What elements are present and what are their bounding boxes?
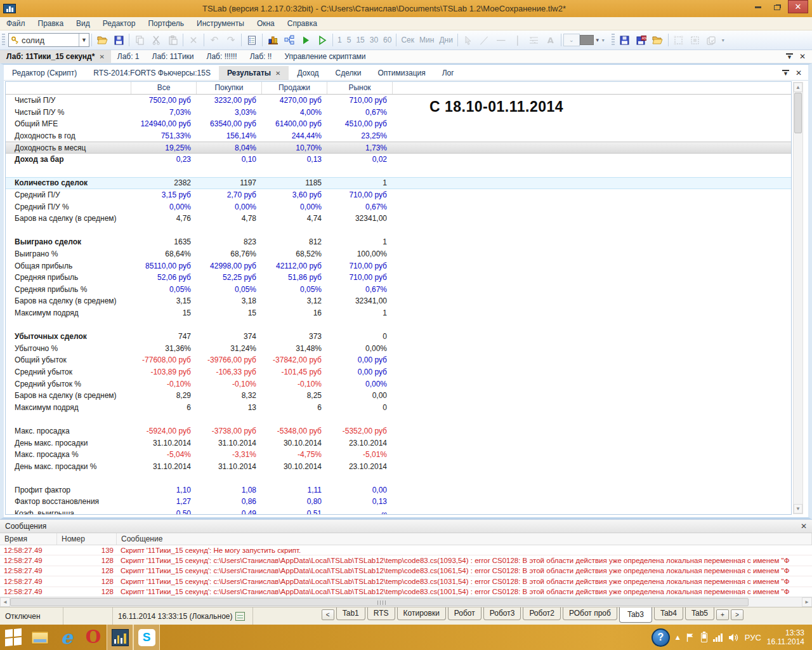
results-row[interactable]: Фактор восстановления1,270,860,800,13 (6, 496, 791, 508)
menu-item-Вид[interactable]: Вид (70, 17, 96, 30)
tab-list-icon[interactable]: ▼ (782, 70, 789, 76)
timeframe-button-60[interactable]: 60 (381, 36, 394, 44)
results-row[interactable]: Коэф. выигрыша0,500,490,51∞ (6, 508, 791, 514)
menu-item-Редактор[interactable]: Редактор (96, 17, 142, 30)
results-row[interactable]: Баров на сделку (в среднем)4,764,784,743… (6, 213, 791, 225)
results-row[interactable]: Убыточных сделок7473743730 (6, 331, 791, 343)
message-row[interactable]: 12:58:27.49128Скрипт '11Тики_15 секунд':… (0, 576, 812, 587)
toolbar-overflow-icon[interactable]: ▾ (600, 33, 606, 47)
message-row[interactable]: 12:58:27.49128Скрипт '11Тики_15 секунд':… (0, 555, 812, 566)
scrollbar-thumb[interactable] (10, 598, 749, 606)
action-center-icon[interactable] (686, 633, 695, 642)
lab-tab[interactable]: Лаб: 11Тики_15 секунд*✕ (0, 50, 111, 63)
internet-explorer-icon[interactable]: e (53, 625, 80, 650)
results-row[interactable]: Макс. просадка %-5,04%-3,31%-4,75%-5,01% (6, 449, 791, 461)
results-row[interactable]: Доходность в месяц19,25%8,04%10,70%1,73% (6, 142, 791, 154)
workspace-tab-Tab5[interactable]: Tab5 (685, 607, 714, 620)
select-icon[interactable] (671, 32, 687, 48)
undo-icon[interactable]: ↶ (206, 32, 223, 48)
open-workspace-icon[interactable] (650, 32, 666, 48)
taskbar-clock[interactable]: 13:33 16.11.2014 (767, 628, 807, 646)
workspace-tab-Робот[interactable]: Робот (448, 607, 481, 620)
color-picker[interactable]: ▼ (580, 32, 600, 48)
workspace-tab-Tab1[interactable]: Tab1 (336, 607, 365, 620)
results-row[interactable]: Баров на сделку (в среднем)3,153,183,123… (6, 295, 791, 307)
copy-icon[interactable] (131, 32, 148, 48)
tslab-taskbar-icon[interactable] (107, 625, 133, 650)
skype-icon[interactable]: S (133, 625, 160, 650)
results-row[interactable]: День макс. просадки %31.10.201431.10.201… (6, 460, 791, 472)
account-selector-dropdown[interactable]: ▼ (79, 34, 89, 46)
account-selector[interactable]: солид ▼ (8, 33, 89, 47)
battery-icon[interactable] (701, 633, 707, 642)
message-row[interactable]: 12:58:27.49139Скрипт '11Тики_15 секунд':… (0, 545, 812, 555)
results-row[interactable]: Количество сделок2382119711851 (6, 177, 791, 189)
results-vertical-scrollbar[interactable]: ▲ ▼ (793, 82, 803, 514)
results-row[interactable]: День макс. просадки31.10.201431.10.20143… (6, 437, 791, 449)
menu-item-Портфель[interactable]: Портфель (141, 17, 190, 30)
results-row[interactable]: Общий убыток-77608,00 руб-39766,00 руб-3… (6, 354, 791, 366)
close-button[interactable]: ✕ (788, 0, 808, 13)
close-icon[interactable]: ✕ (99, 53, 104, 60)
close-icon[interactable]: ✕ (275, 70, 280, 77)
timeframe-button-30[interactable]: 30 (367, 36, 381, 44)
workspace-tab-Котировки[interactable]: Котировки (397, 607, 446, 620)
menu-item-Инструменты[interactable]: Инструменты (190, 17, 251, 30)
toolbar-grip2[interactable] (612, 34, 615, 46)
workspace-tab-RTS[interactable]: RTS (367, 607, 395, 620)
lab-tab[interactable]: Управление скриптами (278, 50, 372, 63)
volume-icon[interactable] (728, 633, 739, 642)
explorer-icon[interactable] (27, 625, 53, 650)
menu-item-Правка[interactable]: Правка (32, 17, 70, 30)
text-icon[interactable]: A (542, 32, 559, 48)
results-row[interactable]: Чистый П/У7502,00 руб3232,00 руб4270,00 … (6, 95, 791, 107)
chart-icon[interactable] (265, 32, 281, 48)
document-tab[interactable]: Доход (289, 66, 327, 80)
lab-tab[interactable]: Лаб: !!!!!! (200, 50, 244, 63)
save-icon[interactable] (110, 32, 127, 48)
workspace-tab-Tab3[interactable]: Tab3 (619, 607, 652, 623)
workspace-tab-nav-<[interactable]: < (322, 609, 334, 620)
lab-tab[interactable]: Лаб: 1 (111, 50, 146, 63)
period-button-Дни[interactable]: Дни (436, 36, 455, 44)
document-tab[interactable]: Редактор (Скрипт) (4, 66, 85, 80)
lab-tab[interactable]: Лаб: 11Тики (146, 50, 200, 63)
results-row[interactable]: Доходность в год751,33%156,14%244,44%23,… (6, 130, 791, 142)
timeframe-button-1[interactable]: 1 (335, 36, 344, 44)
period-button-Мин[interactable]: Мин (417, 36, 436, 44)
timeframe-button-5[interactable]: 5 (344, 36, 354, 44)
workspace-tab-РОбот проб[interactable]: РОбот проб (563, 607, 617, 620)
fibonacci-icon[interactable] (526, 32, 542, 48)
results-row[interactable] (6, 319, 791, 331)
messages-horizontal-scrollbar[interactable]: ◄ ► (0, 597, 812, 607)
results-row[interactable]: Средний П/У3,15 руб2,70 руб3,60 руб710,0… (6, 189, 791, 201)
copy-objects-icon[interactable] (704, 32, 720, 48)
toolbar2-overflow-icon[interactable]: ▾ (720, 33, 726, 47)
horizontal-line-icon[interactable]: — (493, 32, 509, 48)
results-row[interactable] (6, 472, 791, 484)
show-hidden-icons[interactable]: ▲ (676, 634, 680, 640)
close-icon[interactable]: ✕ (799, 52, 806, 61)
results-row[interactable]: Макс. просадка-5924,00 руб-3738,00 руб-5… (6, 425, 791, 437)
tab-list-icon[interactable]: ▼ (786, 53, 793, 60)
script-icon[interactable] (281, 32, 298, 48)
results-row[interactable]: Средний П/У %0,00%0,00%0,00%0,67% (6, 201, 791, 213)
scroll-right-icon[interactable]: ► (802, 597, 812, 607)
results-row[interactable]: Максимум подряд61360 (6, 401, 791, 413)
document-tab[interactable]: Лог (434, 66, 462, 80)
scrollbar-thumb[interactable] (794, 93, 802, 133)
run-icon[interactable] (298, 32, 314, 48)
minimize-button[interactable] (749, 1, 768, 14)
period-button-Сек[interactable]: Сек (398, 36, 417, 44)
help-icon[interactable]: ? (652, 628, 670, 647)
restore-button[interactable] (768, 1, 787, 14)
language-indicator[interactable]: РУС (745, 633, 761, 642)
workspace-tab-Робот3[interactable]: Робот3 (483, 607, 521, 620)
save-as-icon[interactable]: AS (633, 32, 650, 48)
cut-icon[interactable] (148, 32, 164, 48)
results-row[interactable]: Средний убыток-103,89 руб-106,33 руб-101… (6, 366, 791, 378)
trendline-icon[interactable]: ／ (476, 32, 493, 48)
vertical-line-icon[interactable]: | (509, 32, 526, 48)
results-row[interactable] (6, 166, 791, 178)
run-alt-icon[interactable] (314, 32, 331, 48)
